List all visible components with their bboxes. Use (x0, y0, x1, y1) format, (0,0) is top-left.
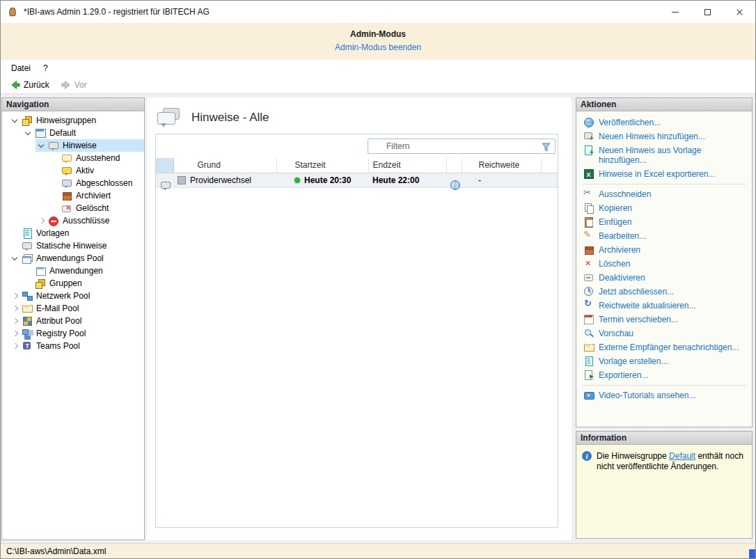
hinweisgruppe-default-link[interactable]: Default (669, 451, 695, 461)
chevron-spacer (49, 190, 61, 201)
tree-item-registry-pool[interactable]: Registry Pool (9, 327, 144, 340)
tree-item-ausschluesse[interactable]: Ausschlüsse (36, 214, 144, 227)
hinweis-archiviert-icon (61, 190, 72, 201)
chevron-right-icon[interactable] (36, 215, 48, 226)
chevron-right-icon[interactable] (9, 340, 22, 352)
resize-grip[interactable] (749, 549, 755, 558)
tree-label: Hinweise (63, 141, 97, 150)
chevron-right-icon[interactable] (9, 303, 22, 314)
tree-item-aktiv[interactable]: Aktiv (49, 164, 144, 177)
admin-mode-exit-link[interactable]: Admin-Modus beenden (335, 42, 421, 52)
tree-item-attribut-pool[interactable]: Attribut Pool (9, 315, 144, 327)
column-header-endzeit[interactable]: Endzeit (368, 158, 446, 173)
action-jetzt-abschliessen[interactable]: Jetzt abschliessen... (576, 285, 752, 299)
maximize-icon (704, 9, 711, 15)
action-loeschen[interactable]: Löschen (576, 257, 752, 271)
hinweis-list-region: Grund Startzeit Endzeit Reichweite (155, 134, 558, 528)
action-reichweite-aktualisieren[interactable]: Reichweite aktualisieren... (576, 299, 752, 313)
column-header-filler (541, 158, 558, 173)
column-header-startzeit[interactable]: Startzeit (276, 158, 368, 173)
hinweise-icon (48, 140, 59, 151)
tree-item-email-pool[interactable]: E-Mail Pool (9, 302, 144, 315)
vorlagen-icon (22, 228, 33, 239)
tree-item-archiviert[interactable]: Archiviert (49, 189, 144, 202)
chevron-down-icon[interactable] (22, 127, 35, 139)
action-vorschau[interactable]: Vorschau (576, 326, 752, 340)
tree-item-geloescht[interactable]: Gelöscht (49, 202, 144, 214)
tree-item-statische-hinweise[interactable]: Statische Hinweise (9, 239, 144, 252)
action-veroeffentlichen[interactable]: Veröffentlichen... (576, 116, 752, 129)
chevron-right-icon[interactable] (9, 290, 22, 301)
forward-button[interactable]: Vor (56, 78, 92, 92)
tree-item-hinweisgruppen[interactable]: Hinweisgruppen (9, 114, 144, 127)
admin-mode-banner: Admin-Modus Admin-Modus beenden (1, 23, 755, 60)
column-header-grund[interactable]: Grund (173, 158, 276, 173)
hinweis-geloescht-icon (61, 203, 72, 214)
minimize-button[interactable] (659, 1, 691, 23)
anwendungs-pool-icon (22, 253, 33, 264)
tree-label: Statische Hinweise (36, 241, 107, 251)
action-termin-verschieben[interactable]: Termin verschieben... (576, 313, 752, 326)
action-ausschneiden[interactable]: Ausschneiden (576, 187, 752, 201)
back-button[interactable]: Zurück (5, 78, 54, 92)
tree-item-teams-pool[interactable]: Teams Pool (9, 340, 144, 352)
action-excel-export[interactable]: Hinweise in Excel exportieren... (576, 167, 752, 181)
tree-label: Gelöscht (76, 203, 109, 213)
menu-datei[interactable]: Datei (5, 61, 37, 75)
action-bearbeiten[interactable]: Bearbeiten... (576, 229, 752, 243)
tree-label: Archiviert (76, 191, 111, 200)
hinweis-ausstehend-icon (61, 152, 72, 164)
tree-label: Ausschlüsse (63, 216, 109, 226)
preview-icon (583, 328, 594, 338)
action-neuen-hinweis[interactable]: Neuen Hinweis hinzufügen... (576, 129, 752, 143)
tree-item-hinweise[interactable]: Hinweise (36, 139, 144, 152)
action-label: Ausschneiden (599, 189, 651, 199)
forward-label: Vor (74, 80, 87, 90)
tree-item-abgeschlossen[interactable]: Abgeschlossen (49, 177, 144, 189)
menu-help[interactable]: ? (37, 61, 54, 75)
action-hinweis-aus-vorlage[interactable]: Neuen Hinweis aus Vorlage hinzufügen... (576, 143, 752, 167)
create-template-icon (583, 356, 594, 366)
action-einfuegen[interactable]: Einfügen (576, 215, 752, 229)
tree-item-netzwerk-pool[interactable]: Netzwerk Pool (9, 290, 144, 302)
chevron-down-icon[interactable] (9, 253, 22, 264)
chevron-down-icon[interactable] (36, 140, 48, 151)
action-kopieren[interactable]: Kopieren (576, 201, 752, 215)
action-vorlage-erstellen[interactable]: Vorlage erstellen... (576, 354, 752, 368)
active-indicator-icon (294, 178, 300, 183)
tree-item-ausstehend[interactable]: Ausstehend (49, 152, 144, 164)
hinweis-aktiv-icon (61, 165, 72, 176)
tree-item-anwendungs-pool[interactable]: Anwendungs Pool (9, 252, 144, 265)
actions-panel: Aktionen Veröffentlichen... Neuen Hinwei… (576, 97, 753, 427)
maximize-button[interactable] (691, 1, 723, 23)
table-row[interactable]: Providerwechsel Heute 20:30 Heute 22:00 … (156, 173, 558, 187)
chevron-right-icon[interactable] (9, 328, 22, 339)
chevron-right-icon[interactable] (9, 315, 22, 326)
information-panel: Information i Die Hinweisgruppe Default … (576, 431, 753, 539)
filter-input[interactable] (368, 141, 555, 151)
action-exportieren[interactable]: Exportieren... (576, 368, 752, 382)
add-from-template-icon (583, 145, 594, 155)
tree-item-anwendungen[interactable]: Anwendungen (22, 265, 144, 277)
chevron-down-icon[interactable] (9, 115, 22, 126)
action-deaktivieren[interactable]: Deaktivieren (576, 271, 752, 285)
action-archivieren[interactable]: Archivieren (576, 243, 752, 257)
status-path: C:\IBI-aws\Admin\Data.xml (6, 546, 106, 556)
column-header-scope[interactable] (446, 158, 462, 173)
chevron-spacer (49, 165, 61, 176)
hinweis-table: Grund Startzeit Endzeit Reichweite (156, 158, 558, 188)
tree-item-gruppen[interactable]: Gruppen (22, 277, 144, 290)
information-text-before: Die Hinweisgruppe (597, 451, 669, 461)
archive-icon (583, 244, 594, 255)
column-header-reichweite[interactable]: Reichweite (462, 158, 541, 173)
close-button[interactable] (723, 1, 755, 23)
action-externe-empfaenger[interactable]: Externe Empfänger benachrichtigen... (576, 340, 752, 354)
action-video-tutorials[interactable]: Video-Tutorials ansehen... (576, 388, 752, 402)
tree-item-default[interactable]: Default (22, 127, 144, 139)
cut-icon (583, 189, 594, 199)
selection-column-header[interactable] (156, 158, 173, 173)
tree-item-vorlagen[interactable]: Vorlagen (9, 227, 144, 239)
action-label: Löschen (599, 259, 630, 269)
tree-label: Ausstehend (76, 153, 120, 163)
tree-label: E-Mail Pool (36, 304, 79, 313)
